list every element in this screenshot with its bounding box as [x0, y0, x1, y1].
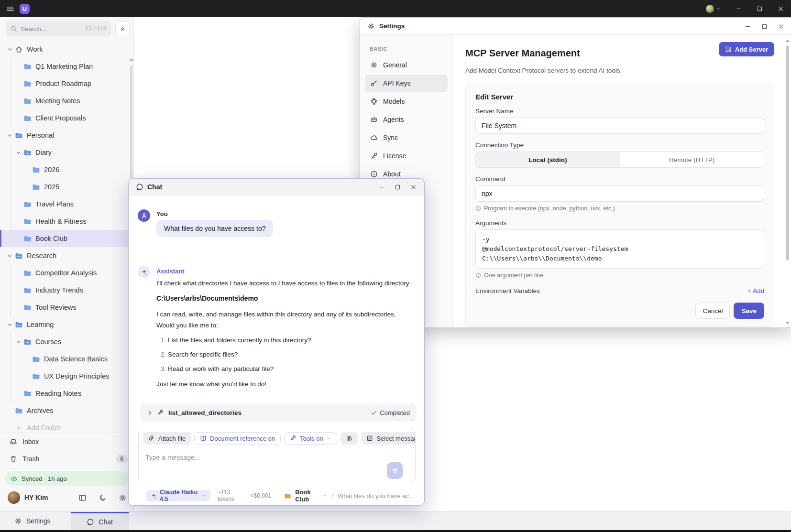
sidebar-item-diary[interactable]: Diary: [0, 144, 133, 161]
context-folder-selector[interactable]: Book Club: [284, 489, 327, 503]
key-icon: [370, 79, 378, 87]
window-close-button[interactable]: [770, 0, 791, 17]
window-maximize-button[interactable]: [749, 0, 770, 17]
sidebar-item-industry-trends[interactable]: Industry Trends: [0, 282, 133, 299]
checkbox-icon: [366, 435, 373, 442]
sidebar-item-meeting-notes[interactable]: Meeting Notes: [0, 92, 133, 109]
sidebar-item-courses[interactable]: Courses: [0, 333, 133, 350]
arguments-label: Arguments: [475, 219, 764, 227]
sidebar-item-trash[interactable]: Trash 6: [0, 450, 133, 467]
sidebar-item-learning[interactable]: Learning: [0, 316, 133, 333]
sidebar-item-work[interactable]: Work: [0, 41, 133, 58]
settings-nav-models[interactable]: Models: [365, 93, 448, 110]
message-input[interactable]: Type a message...: [139, 445, 415, 461]
sidebar-item-competitor-analysis[interactable]: Competitor Analysis: [0, 264, 133, 282]
sidebar-item-label: Tool Reviews: [35, 304, 76, 311]
composer-document-reference-on-button[interactable]: Document reference on: [194, 432, 281, 445]
window-minimize-button[interactable]: [728, 0, 749, 17]
sidebar-item-tool-reviews[interactable]: Tool Reviews: [0, 299, 133, 316]
chevron-down-icon[interactable]: [5, 321, 14, 328]
sidebar-item-inbox[interactable]: Inbox: [0, 433, 133, 450]
chevron-down-icon: [322, 493, 327, 498]
sidebar-item-travel-plans[interactable]: Travel Plans: [0, 195, 133, 213]
folder-icon: [14, 407, 23, 415]
arguments-textarea[interactable]: -y @modelcontextprotocol/server-filesyst…: [475, 229, 764, 269]
settings-scrollbar[interactable]: [786, 39, 790, 326]
panel-toggle-icon[interactable]: [78, 494, 87, 502]
breadcrumb-separator: /: [331, 492, 333, 499]
message-composer: Attach fileDocument reference onTools on…: [138, 428, 416, 484]
sidebar-item-archives[interactable]: Archives: [0, 402, 133, 419]
hamburger-menu-icon[interactable]: [6, 5, 14, 13]
tool-call-row[interactable]: list_allowed_directories Completed: [140, 403, 417, 422]
save-button[interactable]: Save: [734, 303, 764, 319]
page-title: MCP Server Management: [465, 48, 580, 59]
sidebar-item-health-fitness[interactable]: Health & Fitness: [0, 213, 133, 230]
close-icon[interactable]: [410, 184, 417, 190]
settings-nav-license[interactable]: License: [365, 147, 448, 164]
chevron-down-icon[interactable]: [5, 132, 14, 139]
command-field[interactable]: npx: [475, 185, 764, 202]
maximize-icon[interactable]: [395, 184, 401, 190]
user-avatar[interactable]: [8, 491, 20, 504]
cancel-button[interactable]: Cancel: [695, 303, 730, 319]
sidebar-item-research[interactable]: Research: [0, 247, 133, 264]
composer-select-messages-button[interactable]: Select messages: [361, 432, 415, 445]
env-add-button[interactable]: + Add: [747, 287, 764, 294]
chevron-down-icon[interactable]: [13, 149, 23, 156]
chevron-down-icon[interactable]: [5, 46, 14, 53]
sidebar-item-label: Health & Fitness: [35, 217, 86, 225]
settings-nav-general[interactable]: General: [365, 56, 448, 74]
user-message-author: You: [156, 210, 168, 217]
minimize-icon[interactable]: [745, 23, 751, 30]
chevron-right-icon[interactable]: [147, 410, 153, 416]
close-icon[interactable]: [778, 23, 784, 30]
server-name-field[interactable]: File System: [475, 118, 764, 134]
sync-status[interactable]: Synced · 1h ago: [5, 471, 130, 486]
connection-local-option[interactable]: Local (stdio): [476, 152, 620, 167]
chat-titlebar[interactable]: Chat: [129, 179, 424, 195]
taskbar-settings[interactable]: Settings: [6, 512, 59, 530]
taskbar-chat[interactable]: Chat: [71, 512, 129, 530]
settings-nav-api-keys[interactable]: API Keys: [365, 75, 448, 92]
chevron-down-icon[interactable]: [13, 338, 23, 345]
sidebar-item-book-club[interactable]: Book Club: [0, 230, 133, 247]
sidebar-item-2026[interactable]: 2026: [0, 161, 133, 178]
gear-icon[interactable]: [119, 494, 127, 502]
chevron-down-icon[interactable]: [715, 6, 721, 11]
collapse-sidebar-button[interactable]: [115, 21, 130, 36]
sidebar-item-reading-notes[interactable]: Reading Notes: [0, 385, 133, 402]
model-selector[interactable]: Claude Haiku 4.5: [146, 490, 210, 501]
sidebar-item-2025[interactable]: 2025: [0, 178, 133, 195]
send-button[interactable]: [387, 462, 403, 479]
nav-section-label: BASIC: [370, 46, 452, 52]
sidebar-item-label: Q1 Marketing Plan: [35, 63, 93, 70]
sidebar-item-client-proposals[interactable]: Client Proposals: [0, 109, 133, 127]
account-avatar[interactable]: [706, 5, 714, 13]
chat-bubble-icon: [87, 518, 94, 526]
sidebar-item-personal[interactable]: Personal: [0, 127, 133, 144]
sidebar-item-q1-marketing-plan[interactable]: Q1 Marketing Plan: [0, 58, 133, 75]
settings-nav-sync[interactable]: Sync: [365, 129, 448, 146]
settings-titlebar[interactable]: Settings: [360, 18, 791, 35]
settings-nav-agents[interactable]: Agents: [365, 111, 448, 128]
add-folder-button[interactable]: Add Folder: [0, 419, 133, 432]
connection-remote-option[interactable]: Remote (HTTP): [620, 152, 764, 167]
sidebar-item-ux-design-principles[interactable]: UX Design Principles: [0, 368, 133, 385]
search-input[interactable]: Search... Ctrl+K: [6, 21, 111, 36]
inbox-icon: [10, 438, 17, 445]
folder-icon: [23, 114, 32, 122]
composer-tools-on-button[interactable]: Tools on: [284, 432, 337, 445]
composer-library-button[interactable]: [341, 432, 358, 445]
composer-attach-file-button[interactable]: Attach file: [143, 432, 191, 445]
composer-button-label: Document reference on: [210, 435, 275, 442]
sidebar-item-data-science-basics[interactable]: Data Science Basics: [0, 350, 133, 368]
add-server-button[interactable]: Add Server: [719, 42, 774, 56]
minimize-icon[interactable]: [379, 184, 385, 190]
sidebar-item-product-roadmap[interactable]: Product Roadmap: [0, 75, 133, 92]
chevron-down-icon[interactable]: [5, 252, 14, 259]
assistant-message: I'll check what directories I have acces…: [156, 278, 409, 390]
maximize-icon[interactable]: [761, 23, 768, 30]
dark-mode-icon[interactable]: [99, 494, 107, 502]
folder-icon: [23, 286, 32, 294]
